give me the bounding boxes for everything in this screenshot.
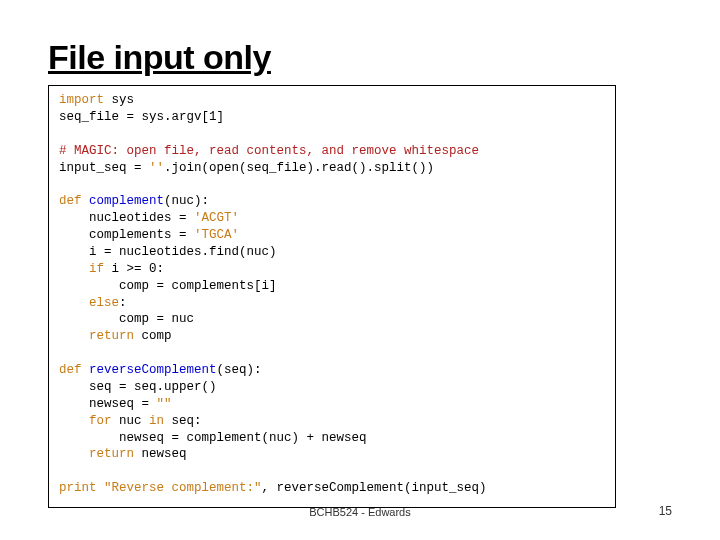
code-line: i = nucleotides.find(nuc) <box>59 245 277 259</box>
code-text: seq: <box>164 414 202 428</box>
code-text: .join(open(seq_file).read().split()) <box>164 161 434 175</box>
keyword: else <box>89 296 119 310</box>
code-text: i >= 0: <box>104 262 164 276</box>
function-name: reverseComplement <box>89 363 217 377</box>
keyword: def <box>59 363 89 377</box>
code-text <box>59 262 89 276</box>
string-literal: 'TGCA' <box>194 228 239 242</box>
string-literal: "Reverse complement:" <box>104 481 262 495</box>
keyword: def <box>59 194 89 208</box>
string-literal: "" <box>157 397 172 411</box>
code-text: comp <box>134 329 172 343</box>
code-text: : <box>119 296 127 310</box>
code-text <box>97 481 105 495</box>
string-literal: '' <box>149 161 164 175</box>
keyword: for <box>89 414 112 428</box>
code-text: (seq): <box>217 363 262 377</box>
keyword: return <box>89 329 134 343</box>
code-text: newseq = <box>59 397 157 411</box>
code-text <box>59 296 89 310</box>
code-text: complements = <box>59 228 194 242</box>
code-text: , reverseComplement(input_seq) <box>262 481 487 495</box>
function-name: complement <box>89 194 164 208</box>
slide-title: File input only <box>48 38 672 77</box>
keyword: import <box>59 93 104 107</box>
code-line: comp = complements[i] <box>59 279 277 293</box>
code-text <box>59 447 89 461</box>
code-text: nucleotides = <box>59 211 194 225</box>
code-text: (nuc): <box>164 194 209 208</box>
page-number: 15 <box>659 504 672 518</box>
code-text <box>59 414 89 428</box>
keyword: return <box>89 447 134 461</box>
code-block: import sys seq_file = sys.argv[1] # MAGI… <box>48 85 616 508</box>
code-text: sys <box>104 93 134 107</box>
code-line: newseq = complement(nuc) + newseq <box>59 431 367 445</box>
comment: # MAGIC: open file, read contents, and r… <box>59 144 479 158</box>
code-line: comp = nuc <box>59 312 194 326</box>
string-literal: 'ACGT' <box>194 211 239 225</box>
keyword: print <box>59 481 97 495</box>
code-text: newseq <box>134 447 187 461</box>
code-text: input_seq = <box>59 161 149 175</box>
code-line: seq = seq.upper() <box>59 380 217 394</box>
keyword: in <box>149 414 164 428</box>
keyword: if <box>89 262 104 276</box>
code-text <box>59 329 89 343</box>
code-line: seq_file = sys.argv[1] <box>59 110 224 124</box>
code-text: nuc <box>112 414 150 428</box>
